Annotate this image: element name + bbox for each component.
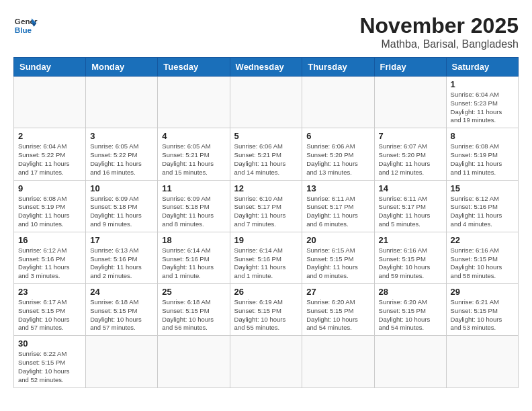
- table-row: [302, 77, 374, 128]
- table-row: [374, 77, 446, 128]
- table-row: 8Sunrise: 6:08 AM Sunset: 5:19 PM Daylig…: [446, 128, 518, 180]
- table-row: 5Sunrise: 6:06 AM Sunset: 5:21 PM Daylig…: [230, 128, 302, 180]
- day-info: Sunrise: 6:08 AM Sunset: 5:19 PM Dayligh…: [451, 142, 514, 177]
- day-number: 15: [451, 183, 514, 193]
- weekday-header-row: Sunday Monday Tuesday Wednesday Thursday…: [14, 58, 519, 77]
- calendar-week-row: 16Sunrise: 6:12 AM Sunset: 5:16 PM Dayli…: [14, 232, 519, 283]
- table-row: 14Sunrise: 6:11 AM Sunset: 5:17 PM Dayli…: [374, 180, 446, 232]
- day-info: Sunrise: 6:09 AM Sunset: 5:18 PM Dayligh…: [162, 195, 225, 229]
- svg-text:Blue: Blue: [15, 26, 32, 34]
- table-row: [158, 336, 230, 387]
- day-number: 4: [162, 131, 225, 141]
- calendar-subtitle: Mathba, Barisal, Bangladesh: [359, 38, 519, 50]
- day-info: Sunrise: 6:14 AM Sunset: 5:16 PM Dayligh…: [162, 246, 225, 281]
- day-number: 1: [451, 79, 514, 89]
- table-row: 9Sunrise: 6:08 AM Sunset: 5:19 PM Daylig…: [14, 180, 86, 232]
- day-number: 19: [234, 235, 298, 245]
- day-number: 7: [379, 131, 442, 141]
- table-row: 4Sunrise: 6:05 AM Sunset: 5:21 PM Daylig…: [158, 128, 230, 180]
- table-row: [230, 336, 302, 387]
- table-row: 7Sunrise: 6:07 AM Sunset: 5:20 PM Daylig…: [374, 128, 446, 180]
- day-number: 14: [379, 183, 442, 193]
- day-number: 23: [18, 287, 81, 297]
- table-row: [230, 77, 302, 128]
- table-row: 29Sunrise: 6:21 AM Sunset: 5:15 PM Dayli…: [446, 284, 518, 336]
- day-number: 30: [18, 338, 81, 349]
- table-row: 18Sunrise: 6:14 AM Sunset: 5:16 PM Dayli…: [158, 232, 230, 283]
- day-info: Sunrise: 6:04 AM Sunset: 5:22 PM Dayligh…: [18, 142, 81, 177]
- table-row: 21Sunrise: 6:16 AM Sunset: 5:15 PM Dayli…: [374, 232, 446, 283]
- table-row: 27Sunrise: 6:20 AM Sunset: 5:15 PM Dayli…: [302, 284, 374, 336]
- day-number: 11: [162, 183, 225, 193]
- table-row: 22Sunrise: 6:16 AM Sunset: 5:15 PM Dayli…: [446, 232, 518, 283]
- calendar-table: Sunday Monday Tuesday Wednesday Thursday…: [13, 57, 519, 388]
- day-number: 2: [18, 131, 81, 141]
- calendar-week-row: 1Sunrise: 6:04 AM Sunset: 5:23 PM Daylig…: [14, 77, 519, 128]
- day-number: 16: [18, 235, 81, 245]
- table-row: 16Sunrise: 6:12 AM Sunset: 5:16 PM Dayli…: [14, 232, 86, 283]
- day-number: 26: [234, 287, 298, 297]
- calendar-week-row: 30Sunrise: 6:22 AM Sunset: 5:15 PM Dayli…: [14, 336, 519, 387]
- table-row: 28Sunrise: 6:20 AM Sunset: 5:15 PM Dayli…: [374, 284, 446, 336]
- header-saturday: Saturday: [446, 58, 518, 77]
- day-number: 24: [90, 287, 153, 297]
- day-info: Sunrise: 6:20 AM Sunset: 5:15 PM Dayligh…: [379, 298, 442, 332]
- day-number: 22: [451, 235, 514, 245]
- day-info: Sunrise: 6:14 AM Sunset: 5:16 PM Dayligh…: [234, 246, 298, 281]
- day-number: 9: [18, 183, 81, 193]
- table-row: 12Sunrise: 6:10 AM Sunset: 5:17 PM Dayli…: [230, 180, 302, 232]
- title-area: November 2025 Mathba, Barisal, Banglades…: [359, 13, 519, 50]
- table-row: [86, 336, 158, 387]
- table-row: 24Sunrise: 6:18 AM Sunset: 5:15 PM Dayli…: [86, 284, 158, 336]
- calendar-week-row: 23Sunrise: 6:17 AM Sunset: 5:15 PM Dayli…: [14, 284, 519, 336]
- day-info: Sunrise: 6:12 AM Sunset: 5:16 PM Dayligh…: [451, 195, 514, 229]
- header-wednesday: Wednesday: [230, 58, 302, 77]
- table-row: [374, 336, 446, 387]
- day-number: 18: [162, 235, 225, 245]
- table-row: 25Sunrise: 6:18 AM Sunset: 5:15 PM Dayli…: [158, 284, 230, 336]
- day-info: Sunrise: 6:13 AM Sunset: 5:16 PM Dayligh…: [90, 246, 153, 281]
- table-row: 11Sunrise: 6:09 AM Sunset: 5:18 PM Dayli…: [158, 180, 230, 232]
- calendar-title: November 2025: [359, 13, 519, 38]
- day-info: Sunrise: 6:05 AM Sunset: 5:22 PM Dayligh…: [90, 142, 153, 177]
- day-info: Sunrise: 6:09 AM Sunset: 5:18 PM Dayligh…: [90, 195, 153, 229]
- table-row: 20Sunrise: 6:15 AM Sunset: 5:15 PM Dayli…: [302, 232, 374, 283]
- table-row: 2Sunrise: 6:04 AM Sunset: 5:22 PM Daylig…: [14, 128, 86, 180]
- table-row: 30Sunrise: 6:22 AM Sunset: 5:15 PM Dayli…: [14, 336, 86, 387]
- day-info: Sunrise: 6:12 AM Sunset: 5:16 PM Dayligh…: [18, 246, 81, 281]
- table-row: 3Sunrise: 6:05 AM Sunset: 5:22 PM Daylig…: [86, 128, 158, 180]
- day-info: Sunrise: 6:07 AM Sunset: 5:20 PM Dayligh…: [379, 142, 442, 177]
- table-row: 6Sunrise: 6:06 AM Sunset: 5:20 PM Daylig…: [302, 128, 374, 180]
- table-row: 13Sunrise: 6:11 AM Sunset: 5:17 PM Dayli…: [302, 180, 374, 232]
- day-number: 12: [234, 183, 298, 193]
- table-row: 1Sunrise: 6:04 AM Sunset: 5:23 PM Daylig…: [446, 77, 518, 128]
- day-number: 5: [234, 131, 298, 141]
- header-monday: Monday: [86, 58, 158, 77]
- day-info: Sunrise: 6:19 AM Sunset: 5:15 PM Dayligh…: [234, 298, 298, 332]
- day-number: 25: [162, 287, 225, 297]
- day-info: Sunrise: 6:15 AM Sunset: 5:15 PM Dayligh…: [306, 246, 369, 281]
- day-info: Sunrise: 6:22 AM Sunset: 5:15 PM Dayligh…: [18, 350, 81, 384]
- calendar-week-row: 2Sunrise: 6:04 AM Sunset: 5:22 PM Daylig…: [14, 128, 519, 180]
- page-header: General Blue November 2025 Mathba, Baris…: [13, 13, 519, 50]
- day-info: Sunrise: 6:16 AM Sunset: 5:15 PM Dayligh…: [451, 246, 514, 281]
- logo-icon: General Blue: [13, 13, 38, 38]
- header-sunday: Sunday: [14, 58, 86, 77]
- day-info: Sunrise: 6:20 AM Sunset: 5:15 PM Dayligh…: [306, 298, 369, 332]
- table-row: 19Sunrise: 6:14 AM Sunset: 5:16 PM Dayli…: [230, 232, 302, 283]
- day-info: Sunrise: 6:06 AM Sunset: 5:20 PM Dayligh…: [306, 142, 369, 177]
- day-info: Sunrise: 6:11 AM Sunset: 5:17 PM Dayligh…: [379, 195, 442, 229]
- day-info: Sunrise: 6:18 AM Sunset: 5:15 PM Dayligh…: [162, 298, 225, 332]
- table-row: [302, 336, 374, 387]
- table-row: [158, 77, 230, 128]
- table-row: 10Sunrise: 6:09 AM Sunset: 5:18 PM Dayli…: [86, 180, 158, 232]
- day-number: 29: [451, 287, 514, 297]
- day-info: Sunrise: 6:05 AM Sunset: 5:21 PM Dayligh…: [162, 142, 225, 177]
- table-row: [446, 336, 518, 387]
- table-row: 15Sunrise: 6:12 AM Sunset: 5:16 PM Dayli…: [446, 180, 518, 232]
- calendar-week-row: 9Sunrise: 6:08 AM Sunset: 5:19 PM Daylig…: [14, 180, 519, 232]
- day-number: 17: [90, 235, 153, 245]
- day-number: 8: [451, 131, 514, 141]
- day-info: Sunrise: 6:18 AM Sunset: 5:15 PM Dayligh…: [90, 298, 153, 332]
- logo: General Blue: [13, 13, 38, 38]
